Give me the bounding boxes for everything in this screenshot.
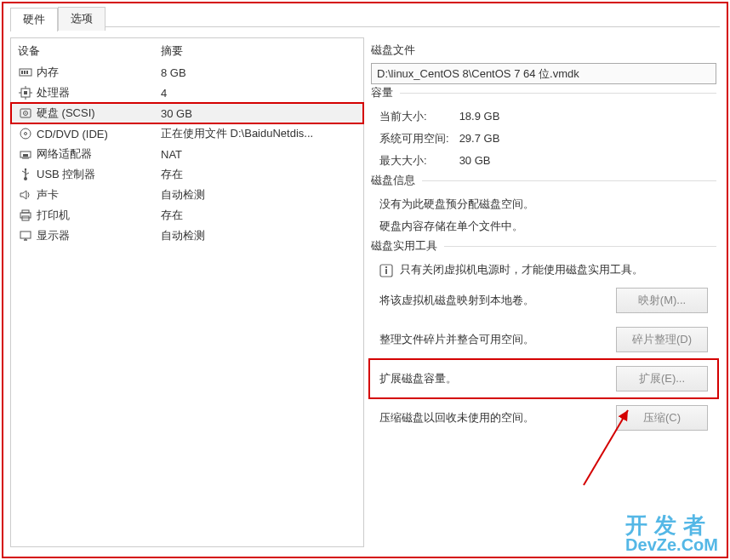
- utilities-notice: 只有关闭虚拟机电源时，才能使用磁盘实用工具。: [400, 262, 643, 277]
- svg-rect-16: [23, 154, 28, 157]
- device-row-3[interactable]: CD/DVD (IDE)正在使用文件 D:\BaiduNetdis...: [11, 123, 363, 144]
- device-summary: NAT: [161, 148, 356, 161]
- util-row-compact: 压缩磁盘以回收未使用的空间。 压缩(C): [371, 398, 716, 437]
- util-defrag-text: 整理文件碎片并整合可用空间。: [379, 332, 607, 347]
- device-summary: 存在: [161, 208, 356, 223]
- cd-icon: [18, 127, 33, 140]
- util-row-defrag: 整理文件碎片并整合可用空间。 碎片整理(D): [371, 320, 716, 359]
- device-name: 处理器: [37, 85, 161, 100]
- capacity-max-value: 30 GB: [459, 154, 491, 167]
- svg-rect-1: [21, 71, 23, 74]
- disk-info-line1: 没有为此硬盘预分配磁盘空间。: [371, 193, 716, 215]
- device-row-5[interactable]: USB 控制器存在: [11, 164, 363, 185]
- utilities-notice-row: 只有关闭虚拟机电源时，才能使用磁盘实用工具。: [371, 259, 716, 281]
- info-icon: [379, 264, 393, 277]
- sound-icon: [18, 188, 33, 202]
- device-row-6[interactable]: 声卡自动检测: [11, 185, 363, 205]
- device-summary: 30 GB: [161, 107, 356, 120]
- svg-point-12: [25, 112, 26, 114]
- device-summary: 存在: [161, 167, 356, 182]
- device-list-panel: 设备 摘要 内存8 GB处理器4硬盘 (SCSI)30 GBCD/DVD (ID…: [10, 37, 364, 547]
- device-row-2[interactable]: 硬盘 (SCSI)30 GB: [11, 103, 363, 123]
- device-row-4[interactable]: 网络适配器NAT: [11, 144, 363, 164]
- cpu-icon: [18, 86, 33, 100]
- disk-file-title: 磁盘文件: [371, 43, 716, 58]
- disk-icon: [18, 106, 33, 120]
- capacity-max: 最大大小: 30 GB: [371, 150, 716, 172]
- capacity-max-label: 最大大小:: [379, 153, 456, 169]
- detail-panel: 磁盘文件 容量 当前大小: 18.9 GB 系统可用空间: 29.7 GB 最大…: [371, 37, 720, 547]
- svg-rect-30: [385, 266, 387, 268]
- util-compact-text: 压缩磁盘以回收未使用的空间。: [379, 410, 607, 426]
- svg-rect-5: [24, 91, 27, 94]
- util-expand-text: 扩展磁盘容量。: [379, 371, 607, 386]
- tab-hardware[interactable]: 硬件: [10, 8, 58, 31]
- device-name: USB 控制器: [37, 167, 161, 182]
- device-summary: 自动检测: [161, 228, 356, 243]
- capacity-current-value: 18.9 GB: [459, 110, 500, 123]
- device-summary: 4: [161, 87, 356, 100]
- printer-icon: [18, 209, 33, 222]
- network-icon: [18, 147, 33, 161]
- tab-options[interactable]: 选项: [58, 7, 106, 31]
- device-row-8[interactable]: 显示器自动检测: [11, 226, 363, 246]
- disk-info-line2: 硬盘内容存储在单个文件中。: [371, 215, 716, 237]
- device-name: 声卡: [37, 187, 161, 203]
- disk-file-path[interactable]: [371, 63, 716, 84]
- main-content: 设备 摘要 内存8 GB处理器4硬盘 (SCSI)30 GBCD/DVD (ID…: [3, 31, 727, 554]
- display-icon: [18, 229, 33, 243]
- device-name: 硬盘 (SCSI): [37, 106, 161, 121]
- compact-button[interactable]: 压缩(C): [616, 405, 708, 431]
- col-summary-label: 摘要: [161, 43, 356, 59]
- group-disk-file: 磁盘文件: [371, 37, 716, 84]
- usb-icon: [18, 168, 33, 181]
- expand-button[interactable]: 扩展(E)...: [616, 366, 708, 391]
- device-summary: 自动检测: [161, 187, 356, 203]
- defrag-button[interactable]: 碎片整理(D): [616, 327, 708, 352]
- capacity-free-value: 29.7 GB: [459, 132, 500, 145]
- map-button[interactable]: 映射(M)...: [616, 288, 708, 313]
- expand-highlight-box: 扩展磁盘容量。 扩展(E)...: [371, 361, 716, 397]
- device-summary: 8 GB: [161, 66, 356, 79]
- group-capacity: 容量 当前大小: 18.9 GB 系统可用空间: 29.7 GB 最大大小: 3…: [371, 93, 716, 172]
- svg-rect-2: [24, 71, 26, 74]
- svg-rect-26: [20, 231, 31, 238]
- svg-rect-31: [385, 269, 387, 274]
- device-name: 内存: [37, 65, 161, 80]
- col-device-label: 设备: [18, 43, 161, 59]
- group-disk-info: 磁盘信息 没有为此硬盘预分配磁盘空间。 硬盘内容存储在单个文件中。: [371, 180, 716, 237]
- device-list: 内存8 GB处理器4硬盘 (SCSI)30 GBCD/DVD (IDE)正在使用…: [11, 62, 363, 246]
- svg-rect-3: [26, 71, 28, 74]
- device-row-1[interactable]: 处理器4: [11, 83, 363, 103]
- device-summary: 正在使用文件 D:\BaiduNetdis...: [161, 126, 356, 141]
- svg-point-14: [25, 133, 27, 135]
- capacity-current-label: 当前大小:: [379, 109, 456, 124]
- device-name: 显示器: [37, 228, 161, 243]
- disk-info-title: 磁盘信息: [371, 173, 422, 188]
- device-list-header: 设备 摘要: [11, 38, 363, 62]
- dialog-window: 硬件 选项 设备 摘要 内存8 GB处理器4硬盘 (SCSI)30 GBCD/D…: [2, 2, 728, 558]
- device-row-0[interactable]: 内存8 GB: [11, 62, 363, 83]
- util-map-text: 将该虚拟机磁盘映射到本地卷。: [379, 293, 607, 308]
- svg-point-22: [25, 169, 26, 170]
- group-utilities: 磁盘实用工具 只有关闭虚拟机电源时，才能使用磁盘实用工具。 将该虚拟机磁盘映射到…: [371, 246, 716, 437]
- svg-point-13: [20, 129, 31, 139]
- device-name: 网络适配器: [37, 146, 161, 162]
- device-name: 打印机: [37, 208, 161, 223]
- util-row-map: 将该虚拟机磁盘映射到本地卷。 映射(M)...: [371, 281, 716, 320]
- device-name: CD/DVD (IDE): [37, 128, 161, 140]
- device-row-7[interactable]: 打印机存在: [11, 205, 363, 226]
- capacity-free-label: 系统可用空间:: [379, 131, 456, 146]
- capacity-title: 容量: [371, 85, 400, 100]
- utilities-title: 磁盘实用工具: [371, 238, 444, 254]
- tab-strip: 硬件 选项: [3, 3, 727, 31]
- capacity-current: 当前大小: 18.9 GB: [371, 106, 716, 128]
- memory-icon: [18, 66, 33, 79]
- capacity-free: 系统可用空间: 29.7 GB: [371, 128, 716, 150]
